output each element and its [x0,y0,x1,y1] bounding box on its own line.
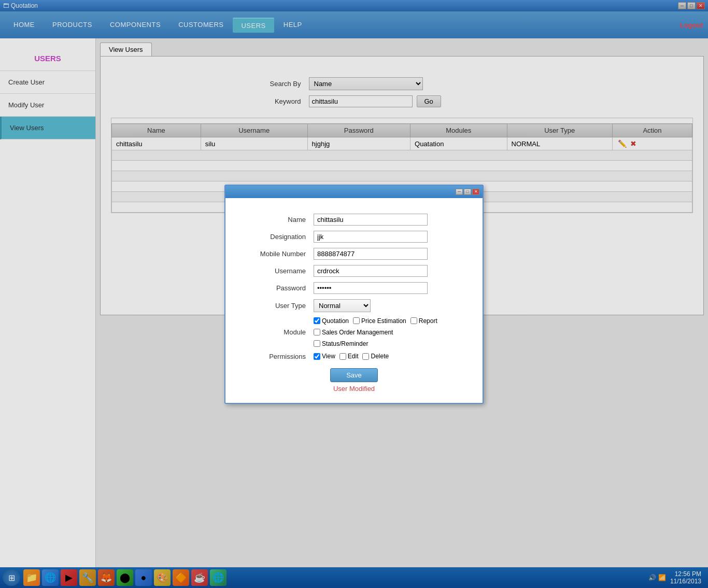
permissions-label: Permissions [246,353,314,360]
module-status-reminder-checkbox[interactable] [314,340,320,347]
dialog-close-button[interactable]: ✕ [472,189,479,195]
mobile-row: Mobile Number [246,248,462,260]
module-sales-order-checkbox[interactable] [314,329,320,335]
mobile-label: Mobile Number [246,250,314,258]
module-label: Module [246,328,314,336]
usertype-label: User Type [246,302,314,310]
dialog-maximize-button[interactable]: □ [464,189,471,195]
username-row: Username [246,265,462,277]
name-row: Name [246,214,462,226]
perm-view[interactable]: View [314,353,335,360]
perm-edit[interactable]: Edit [339,353,359,360]
module-status-reminder[interactable]: Status/Reminder [314,340,368,347]
password-input[interactable] [314,282,428,294]
perm-delete-checkbox[interactable] [362,353,369,360]
module-report-checkbox[interactable] [410,317,417,324]
module-price-estimation-checkbox[interactable] [353,317,360,324]
dialog-overlay: ─ □ ✕ Name Designation Mobile Number [0,0,708,567]
module-row: Module Quotation Price Estimation Report [246,317,462,347]
dialog-controls: ─ □ ✕ [456,189,479,195]
username-label: Username [246,267,314,275]
dialog-titlebar: ─ □ ✕ [225,186,483,198]
mobile-input[interactable] [314,248,428,260]
usertype-select[interactable]: Normal Admin [314,299,371,312]
dialog-content: Name Designation Mobile Number Username … [225,198,483,403]
designation-row: Designation [246,231,462,243]
designation-input[interactable] [314,231,428,243]
perm-delete[interactable]: Delete [362,353,389,360]
password-row: Password [246,282,462,294]
module-report[interactable]: Report [410,317,437,325]
designation-label: Designation [246,233,314,241]
user-modified-message: User Modified [246,385,462,393]
module-quotation[interactable]: Quotation [314,317,349,325]
name-input[interactable] [314,214,428,226]
save-button[interactable]: Save [330,368,378,382]
permissions-checkboxes: View Edit Delete [314,353,448,360]
user-dialog: ─ □ ✕ Name Designation Mobile Number [224,185,484,404]
perm-edit-checkbox[interactable] [339,353,346,360]
dialog-minimize-button[interactable]: ─ [456,189,463,195]
module-quotation-checkbox[interactable] [314,317,320,324]
name-label: Name [246,216,314,223]
permissions-row: Permissions View Edit Delete [246,353,462,360]
perm-view-checkbox[interactable] [314,353,320,360]
module-checkboxes: Quotation Price Estimation Report Sales … [314,317,448,347]
usertype-row: User Type Normal Admin [246,299,462,312]
module-sales-order[interactable]: Sales Order Management [314,329,393,336]
username-input[interactable] [314,265,428,277]
module-price-estimation[interactable]: Price Estimation [353,317,406,325]
password-label: Password [246,284,314,292]
